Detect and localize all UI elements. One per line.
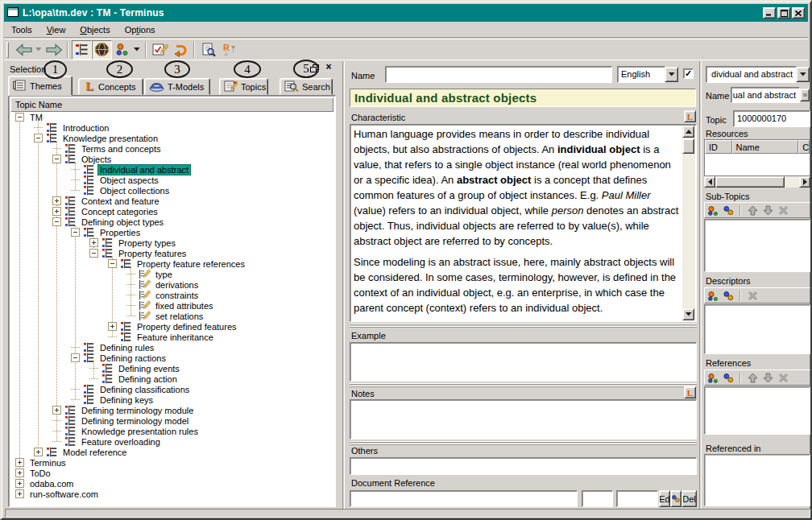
tree-item-label[interactable]: Individual and abstract bbox=[97, 164, 191, 175]
tree-row[interactable]: Terminus bbox=[10, 457, 334, 468]
tree-item-label[interactable]: Object aspects bbox=[97, 175, 161, 185]
up-icon[interactable] bbox=[746, 372, 759, 383]
tree-view-button[interactable] bbox=[72, 40, 92, 60]
details-topic-input[interactable]: 1000000170 bbox=[733, 110, 810, 127]
edit-button[interactable]: Ed bbox=[659, 490, 670, 507]
tree-row[interactable]: Feature overloading bbox=[10, 436, 334, 447]
section-splitter[interactable] bbox=[350, 441, 697, 446]
tree-row[interactable]: type bbox=[10, 269, 334, 279]
add-icon[interactable] bbox=[706, 290, 719, 301]
document-reference-extra-input[interactable] bbox=[616, 490, 658, 507]
tree-item-label[interactable]: Knowledge presentation bbox=[60, 134, 160, 143]
tree-row[interactable]: Property defined features bbox=[10, 321, 334, 332]
close-pane-icon[interactable]: × bbox=[323, 62, 334, 74]
expand-icon[interactable] bbox=[15, 458, 24, 467]
tree-item-label[interactable]: Property defined features bbox=[135, 322, 239, 332]
up-icon[interactable] bbox=[746, 204, 759, 216]
title-bar[interactable]: L:\opa\tm.dev : TM - Terminus bbox=[4, 4, 808, 22]
delete-icon[interactable] bbox=[777, 204, 789, 216]
collapse-icon[interactable] bbox=[89, 249, 98, 258]
collapse-icon[interactable] bbox=[71, 353, 80, 362]
tree-item-label[interactable]: Properties bbox=[97, 228, 143, 237]
characteristic-textarea[interactable]: Human language provides means in order t… bbox=[350, 124, 697, 322]
delete-button[interactable]: Del bbox=[682, 490, 697, 507]
characteristic-language-icon[interactable]: L bbox=[684, 110, 696, 122]
tab-search[interactable]: Search bbox=[280, 78, 333, 95]
add-icon[interactable] bbox=[706, 204, 719, 216]
tree-row[interactable]: run-software.com bbox=[10, 489, 334, 499]
tree-row[interactable]: constraints bbox=[10, 290, 334, 300]
panel-splitter-right[interactable] bbox=[699, 61, 702, 509]
tree-item-label[interactable]: Defining action bbox=[116, 374, 180, 384]
tree-row[interactable]: Defining rules bbox=[10, 342, 334, 353]
tree-row[interactable]: ToDo bbox=[10, 468, 334, 478]
example-textarea[interactable] bbox=[350, 342, 697, 382]
tree-row[interactable]: derivations bbox=[10, 279, 334, 290]
down-icon[interactable] bbox=[761, 372, 774, 383]
tree-row[interactable]: Individual and abstract bbox=[10, 164, 334, 175]
tree-row[interactable]: TM bbox=[10, 112, 334, 122]
tab-tmodels[interactable]: T-Models bbox=[144, 78, 210, 95]
others-input[interactable] bbox=[350, 457, 697, 475]
tree-row[interactable]: Terms and concepts bbox=[10, 143, 334, 154]
tree-item-label[interactable]: Defining rules bbox=[97, 343, 156, 353]
subtopics-list[interactable] bbox=[704, 219, 810, 272]
collapse-icon[interactable] bbox=[34, 134, 43, 142]
descriptors-list[interactable] bbox=[704, 304, 810, 354]
tree-item-label[interactable]: Knowledge presentation rules bbox=[79, 427, 201, 436]
menu-options[interactable]: Options bbox=[118, 23, 163, 37]
tree-item-label[interactable]: Defining events bbox=[116, 364, 182, 373]
expand-icon[interactable] bbox=[89, 238, 98, 247]
tree-row[interactable]: set relations bbox=[10, 311, 334, 321]
tab-concepts[interactable]: LLConcepts bbox=[78, 78, 143, 95]
tree-row[interactable]: Knowledge presentation bbox=[10, 133, 334, 143]
link-icon[interactable] bbox=[722, 372, 735, 383]
collapse-icon[interactable] bbox=[52, 217, 61, 226]
language-select[interactable]: English bbox=[617, 66, 665, 83]
tree-row[interactable]: Object aspects bbox=[10, 175, 334, 185]
tree-item-label[interactable]: Defining terminology model bbox=[79, 416, 191, 426]
tree-row[interactable]: Knowledge presentation rules bbox=[10, 426, 334, 436]
scroll-right-icon[interactable] bbox=[799, 176, 810, 188]
tree-item-label[interactable]: fixed attributes bbox=[153, 301, 216, 311]
menu-objects[interactable]: Objects bbox=[72, 23, 117, 37]
resources-column-name[interactable]: Name bbox=[732, 140, 799, 154]
references-list[interactable] bbox=[704, 386, 810, 435]
tree-item-label[interactable]: type bbox=[153, 270, 175, 279]
notes-textarea[interactable] bbox=[350, 399, 697, 440]
document-link-icon[interactable] bbox=[670, 490, 682, 507]
tree-item-label[interactable]: TM bbox=[27, 113, 45, 122]
language-checkbox[interactable]: ✓ bbox=[683, 68, 694, 79]
menu-view[interactable]: View bbox=[39, 23, 73, 37]
tree-row[interactable]: Objects bbox=[10, 154, 334, 164]
tree-row[interactable]: Object collections bbox=[10, 185, 334, 196]
scroll-down-icon[interactable] bbox=[682, 308, 694, 320]
tree-item-label[interactable]: Feature inheritance bbox=[135, 332, 216, 342]
tree-item-label[interactable]: Defining ractions bbox=[97, 353, 168, 363]
notes-language-icon[interactable]: L bbox=[684, 386, 696, 398]
section-splitter[interactable] bbox=[350, 324, 697, 328]
tree-item-label[interactable]: Context and feature bbox=[79, 196, 162, 206]
resources-column-c[interactable]: C bbox=[798, 140, 810, 154]
characteristic-scrollbar[interactable] bbox=[682, 126, 695, 320]
tree-item-label[interactable]: constraints bbox=[153, 291, 201, 300]
tree-row[interactable]: Property features bbox=[10, 248, 334, 258]
resources-hscrollbar[interactable] bbox=[704, 176, 810, 188]
expand-icon[interactable] bbox=[15, 468, 24, 477]
refresh-button[interactable]: R bbox=[218, 40, 238, 60]
topic-combo-dropdown-button[interactable] bbox=[796, 67, 810, 82]
tree-item-label[interactable]: run-software.com bbox=[27, 489, 101, 499]
tree-item-label[interactable]: Property features bbox=[116, 249, 188, 258]
tree-item-label[interactable]: Feature overloading bbox=[79, 437, 163, 447]
name-input[interactable] bbox=[385, 66, 612, 83]
tree-item-label[interactable]: Model reference bbox=[60, 448, 130, 457]
tree-row[interactable]: Properties bbox=[10, 227, 334, 237]
tree-item-label[interactable]: Introduction bbox=[60, 123, 111, 133]
collapse-icon[interactable] bbox=[15, 113, 24, 122]
tree-row[interactable]: Defining action bbox=[10, 373, 334, 384]
add-icon[interactable] bbox=[706, 372, 719, 383]
toolbar-grip[interactable] bbox=[6, 42, 9, 58]
forward-arrow-button[interactable] bbox=[44, 40, 64, 60]
tree-item-label[interactable]: derivations bbox=[153, 280, 201, 290]
tree-row[interactable]: odaba.com bbox=[10, 478, 334, 489]
